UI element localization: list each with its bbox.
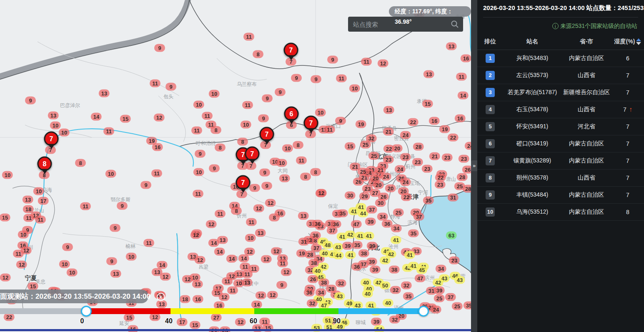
station-humidity-badge[interactable]: 23 bbox=[459, 155, 469, 163]
station-humidity-badge[interactable]: 9 bbox=[276, 281, 287, 289]
station-humidity-badge[interactable]: 10 bbox=[315, 109, 326, 117]
station-humidity-badge[interactable]: 27 bbox=[211, 314, 222, 322]
station-humidity-badge[interactable]: 10 bbox=[349, 85, 360, 92]
station-humidity-badge[interactable]: 10 bbox=[59, 260, 70, 268]
station-humidity-badge[interactable]: 39 bbox=[370, 266, 381, 274]
station-humidity-badge[interactable]: 8 bbox=[300, 173, 311, 181]
station-humidity-badge[interactable]: 22 bbox=[401, 193, 412, 201]
station-humidity-badge[interactable]: 10 bbox=[193, 101, 204, 109]
station-humidity-badge[interactable]: 13 bbox=[48, 112, 59, 120]
map-canvas[interactable]: 巴彦淖尔包头乌兰察布赤峰承德张家口呼和浩特大同鄂尔多斯乌海贺兰山银川忻州榆林吕梁… bbox=[0, 0, 471, 332]
station-humidity-badge[interactable]: 12 bbox=[182, 275, 193, 283]
map-pin[interactable]: 7 bbox=[44, 132, 59, 146]
station-humidity-badge[interactable]: 9 bbox=[311, 75, 321, 83]
station-humidity-badge[interactable]: 10 bbox=[18, 231, 29, 239]
station-humidity-badge[interactable]: 21 bbox=[383, 128, 394, 136]
table-row[interactable]: 5怀安(53491)河北省7 bbox=[477, 118, 644, 135]
station-humidity-badge[interactable]: 24 bbox=[400, 131, 411, 139]
station-humidity-badge[interactable]: 41 bbox=[371, 308, 381, 316]
station-humidity-badge[interactable]: 25 bbox=[434, 295, 445, 302]
map-pin[interactable]: 7 bbox=[284, 43, 298, 57]
station-humidity-badge[interactable]: 20 bbox=[373, 181, 384, 189]
map-pin[interactable]: 7 bbox=[245, 147, 260, 161]
station-humidity-badge[interactable]: 9 bbox=[165, 83, 176, 91]
station-humidity-badge[interactable]: 8 bbox=[237, 138, 248, 146]
station-humidity-badge[interactable]: 41 bbox=[345, 251, 356, 259]
station-humidity-badge[interactable]: 12 bbox=[150, 313, 160, 321]
station-humidity-badge[interactable]: 32 bbox=[389, 316, 400, 324]
station-humidity-badge[interactable]: 24 bbox=[465, 142, 471, 150]
station-humidity-badge[interactable]: 13 bbox=[110, 270, 121, 278]
station-humidity-badge[interactable]: 13 bbox=[156, 300, 167, 308]
station-humidity-badge[interactable]: 48 bbox=[322, 241, 333, 249]
table-row[interactable]: 1兴和(53483)内蒙古自治区6 bbox=[477, 50, 644, 67]
station-humidity-badge[interactable]: 23 bbox=[400, 153, 411, 161]
station-humidity-badge[interactable]: 41 bbox=[337, 233, 348, 241]
station-humidity-badge[interactable]: 30 bbox=[375, 199, 386, 207]
station-humidity-badge[interactable]: 35 bbox=[352, 241, 363, 249]
station-humidity-badge[interactable]: 11 bbox=[103, 127, 114, 135]
station-humidity-badge[interactable]: 9 bbox=[25, 97, 36, 105]
station-humidity-badge[interactable]: 23 bbox=[422, 165, 433, 173]
station-humidity-badge[interactable]: 18 bbox=[180, 295, 190, 303]
station-humidity-badge[interactable]: 25 bbox=[393, 209, 404, 217]
close-icon[interactable]: x bbox=[157, 293, 165, 301]
station-humidity-badge[interactable]: 13 bbox=[279, 175, 290, 182]
station-humidity-badge[interactable]: 19 bbox=[356, 120, 366, 128]
station-humidity-badge[interactable]: 12 bbox=[206, 220, 217, 228]
station-humidity-badge[interactable]: 50 bbox=[380, 282, 391, 290]
station-humidity-badge[interactable]: 47 bbox=[351, 220, 362, 228]
station-humidity-badge[interactable]: 12 bbox=[195, 256, 205, 264]
scale-handle[interactable] bbox=[81, 306, 92, 317]
station-humidity-badge[interactable]: 9 bbox=[154, 44, 165, 52]
station-humidity-badge[interactable]: 8 bbox=[269, 214, 280, 222]
station-humidity-badge[interactable]: 10 bbox=[33, 187, 44, 195]
station-humidity-badge[interactable]: 39 bbox=[367, 242, 378, 250]
station-humidity-badge[interactable]: 8 bbox=[310, 168, 321, 176]
station-humidity-badge[interactable]: 11 bbox=[243, 33, 254, 41]
station-humidity-badge[interactable]: 10 bbox=[245, 234, 256, 242]
station-humidity-badge[interactable]: 14 bbox=[226, 255, 237, 263]
station-humidity-badge[interactable]: 12 bbox=[16, 261, 27, 269]
station-humidity-badge[interactable]: 12 bbox=[154, 114, 165, 122]
station-humidity-badge[interactable]: 42 bbox=[433, 279, 444, 287]
station-humidity-badge[interactable]: 10 bbox=[59, 129, 70, 137]
station-humidity-badge[interactable]: 9 bbox=[327, 56, 338, 64]
station-humidity-badge[interactable]: 24 bbox=[431, 306, 441, 314]
station-humidity-badge[interactable]: 15 bbox=[28, 282, 38, 290]
station-humidity-badge[interactable]: 25 bbox=[368, 152, 379, 160]
station-humidity-badge[interactable]: 13 bbox=[383, 106, 394, 114]
station-humidity-badge[interactable]: 9 bbox=[262, 95, 273, 102]
station-humidity-badge[interactable]: 34 bbox=[436, 265, 446, 273]
station-humidity-badge[interactable]: 12 bbox=[281, 268, 292, 276]
station-humidity-badge[interactable]: 11 bbox=[191, 127, 202, 135]
station-humidity-badge[interactable]: 15 bbox=[190, 321, 200, 329]
station-humidity-badge[interactable]: 11 bbox=[277, 260, 288, 267]
station-humidity-badge[interactable]: 29 bbox=[359, 192, 370, 200]
station-humidity-badge[interactable]: 14 bbox=[214, 248, 225, 256]
station-humidity-badge[interactable]: 9 bbox=[62, 243, 73, 251]
station-humidity-badge[interactable]: 23 bbox=[449, 257, 460, 265]
station-humidity-badge[interactable]: 35 bbox=[337, 210, 348, 217]
station-humidity-badge[interactable]: 43 bbox=[334, 292, 345, 300]
station-humidity-badge[interactable]: 35 bbox=[464, 302, 471, 310]
station-humidity-badge[interactable]: 9 bbox=[249, 184, 260, 192]
station-humidity-badge[interactable]: 9 bbox=[110, 224, 120, 232]
station-humidity-badge[interactable]: 39 bbox=[371, 318, 382, 326]
station-humidity-badge[interactable]: 22 bbox=[448, 134, 459, 142]
station-humidity-badge[interactable]: 10 bbox=[50, 122, 61, 130]
station-humidity-badge[interactable]: 11 bbox=[242, 270, 253, 278]
table-row[interactable]: 2左云(53573)山西省7 bbox=[477, 67, 644, 84]
station-humidity-badge[interactable]: 9 bbox=[291, 74, 302, 82]
station-humidity-badge[interactable]: 45 bbox=[416, 266, 427, 274]
station-humidity-badge[interactable]: 12 bbox=[160, 273, 171, 281]
bottom-time-track[interactable] bbox=[0, 329, 471, 331]
station-humidity-badge[interactable]: 43 bbox=[352, 302, 363, 310]
map-pin[interactable]: 7 bbox=[260, 127, 274, 142]
station-humidity-badge[interactable]: 8 bbox=[75, 159, 86, 167]
station-humidity-badge[interactable]: 32 bbox=[390, 286, 401, 294]
station-humidity-badge[interactable]: 9 bbox=[106, 257, 117, 265]
station-humidity-badge[interactable]: 11 bbox=[242, 101, 253, 109]
station-humidity-badge[interactable]: 16 bbox=[429, 117, 440, 125]
station-humidity-badge[interactable]: 36 bbox=[351, 263, 362, 271]
